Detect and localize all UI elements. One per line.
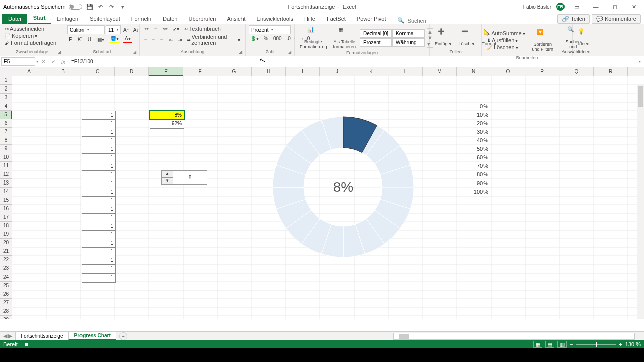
page-break-view-icon[interactable]: ▥ xyxy=(557,341,567,348)
cell-style-decimal[interactable]: Dezimal [0] xyxy=(360,29,392,38)
row-header[interactable]: 19 xyxy=(0,230,12,239)
save-icon[interactable]: 💾 xyxy=(86,3,93,10)
align-center-icon[interactable]: ≡ xyxy=(151,37,157,43)
spreadsheet-grid[interactable]: ABCDEFGHIJKLMNOPQR 123456789101112131415… xyxy=(0,67,644,319)
maximize-icon[interactable]: ◻ xyxy=(608,1,622,12)
tab-powerpivot[interactable]: Power Pivot xyxy=(352,14,391,24)
row-header[interactable]: 8 xyxy=(0,136,12,145)
row-header[interactable]: 1 xyxy=(0,76,12,85)
dialog-launch-icon[interactable]: ◢ xyxy=(133,50,138,55)
comments-button[interactable]: 💬 Kommentare xyxy=(592,14,641,24)
cell[interactable]: 1 xyxy=(82,274,115,282)
row-header[interactable]: 7 xyxy=(0,128,12,136)
cell[interactable]: 1 xyxy=(82,179,115,188)
zoom-out-button[interactable]: − xyxy=(570,341,573,347)
row-header[interactable]: 6 xyxy=(0,119,12,128)
cell[interactable]: 1 xyxy=(82,256,115,265)
orientation-icon[interactable]: ⤢▾ xyxy=(171,26,181,32)
tab-review[interactable]: Überprüfen xyxy=(183,14,221,24)
user-avatar[interactable]: FB xyxy=(556,3,565,11)
font-name-select[interactable]: Calibri xyxy=(67,25,105,34)
sheet-nav-prev-icon[interactable]: ◀ xyxy=(3,333,7,339)
cell-style-currency[interactable]: Währung xyxy=(392,38,425,47)
tab-insert[interactable]: Einfügen xyxy=(52,14,84,24)
autosave-toggle[interactable]: Automatisches Speichern xyxy=(3,4,82,10)
row-header[interactable]: 15 xyxy=(0,196,12,205)
delete-cells-button[interactable]: ➖Löschen xyxy=(457,27,478,47)
name-box[interactable] xyxy=(1,57,35,66)
data-range-c[interactable]: 11111111111111111111 xyxy=(82,111,116,283)
cell[interactable]: 1 xyxy=(82,145,115,154)
cell-e5[interactable]: 8% xyxy=(150,111,184,120)
align-top-icon[interactable]: ⬴ xyxy=(143,26,151,32)
row-header[interactable]: 14 xyxy=(0,188,12,196)
vertical-scrollbar[interactable] xyxy=(637,85,644,319)
column-header[interactable]: A xyxy=(12,67,46,76)
cell[interactable]: 1 xyxy=(82,265,115,274)
row-header[interactable]: 24 xyxy=(0,273,12,282)
decrease-font-icon[interactable]: A↓ xyxy=(132,25,141,34)
row-header[interactable]: 26 xyxy=(0,290,12,299)
row-header[interactable]: 28 xyxy=(0,307,12,316)
tab-developer[interactable]: Entwicklertools xyxy=(252,14,298,24)
sheet-nav-next-icon[interactable]: ▶ xyxy=(8,333,12,339)
progress-donut-chart[interactable]: 8% xyxy=(269,113,418,261)
cell[interactable]: 1 xyxy=(82,197,115,205)
cut-button[interactable]: ✂ Ausschneiden xyxy=(3,25,46,32)
search-icon[interactable]: 🔍 xyxy=(397,17,405,24)
scrollbar-thumb[interactable] xyxy=(638,86,643,107)
column-header[interactable]: R xyxy=(594,67,628,76)
fill-button[interactable]: ⬇ Ausfüllen ▾ xyxy=(485,37,527,44)
column-header[interactable]: N xyxy=(457,67,491,76)
data-range-e[interactable]: 8% 92% xyxy=(150,111,184,129)
search-input[interactable] xyxy=(408,18,458,24)
spinner-up-button[interactable]: ▲ xyxy=(162,171,173,178)
spinner-down-button[interactable]: ▼ xyxy=(162,178,173,185)
tab-start[interactable]: Start xyxy=(28,13,51,24)
column-header[interactable]: J xyxy=(320,67,354,76)
row-header[interactable]: 21 xyxy=(0,247,12,256)
cell[interactable]: 1 xyxy=(82,222,115,231)
clear-button[interactable]: 🧹 Löschen ▾ xyxy=(485,44,527,51)
cell[interactable]: 1 xyxy=(82,111,115,120)
tab-data[interactable]: Daten xyxy=(157,14,182,24)
select-all-corner[interactable] xyxy=(0,67,12,76)
zoom-in-button[interactable]: + xyxy=(619,341,622,347)
confirm-formula-icon[interactable]: ✓ xyxy=(48,58,58,65)
column-header[interactable]: H xyxy=(252,67,286,76)
column-header[interactable]: B xyxy=(46,67,80,76)
format-as-table-button[interactable]: ▦Als Tabelle formatieren xyxy=(331,25,358,50)
fill-color-button[interactable]: 🪣▾ xyxy=(109,35,120,43)
cell-e6[interactable]: 92% xyxy=(150,120,184,128)
percent-icon[interactable]: % xyxy=(262,35,270,42)
currency-icon[interactable]: 💲▾ xyxy=(249,35,260,42)
format-painter-button[interactable]: 🖌 Format übertragen xyxy=(3,39,58,46)
row-header[interactable]: 11 xyxy=(0,162,12,170)
cell[interactable]: 1 xyxy=(82,137,115,145)
cell-style-comma[interactable]: Komma xyxy=(392,29,425,38)
font-color-button[interactable]: A▾ xyxy=(123,35,132,43)
row-header[interactable]: 18 xyxy=(0,222,12,230)
spinner-control[interactable]: ▲ ▼ 8 xyxy=(161,170,207,185)
sort-filter-button[interactable]: 🔽Sortieren und Filtern xyxy=(529,28,557,53)
tab-file[interactable]: Datei xyxy=(2,14,27,24)
redo-icon[interactable]: ↷ xyxy=(108,3,115,10)
tab-pagelayout[interactable]: Seitenlayout xyxy=(85,14,125,24)
horizontal-scrollbar[interactable] xyxy=(393,333,635,340)
cell[interactable]: 1 xyxy=(82,231,115,239)
cell[interactable]: 1 xyxy=(82,239,115,248)
cell[interactable]: 1 xyxy=(82,162,115,171)
row-header[interactable]: 12 xyxy=(0,170,12,179)
align-middle-icon[interactable]: ≡ xyxy=(153,26,159,32)
tab-formulas[interactable]: Formeln xyxy=(126,14,156,24)
normal-view-icon[interactable]: ▦ xyxy=(533,341,542,348)
row-header[interactable]: 2 xyxy=(0,85,12,94)
conditional-formatting-button[interactable]: 📊Bedingte Formatierung xyxy=(298,25,329,50)
dialog-launch-icon[interactable]: ◢ xyxy=(58,50,63,55)
align-left-icon[interactable]: ≡ xyxy=(143,37,149,43)
dialog-launch-icon[interactable]: ◢ xyxy=(288,50,293,55)
number-format-select[interactable]: Prozent xyxy=(249,25,291,34)
column-header[interactable]: L xyxy=(388,67,423,76)
dialog-launch-icon[interactable]: ◢ xyxy=(239,50,244,55)
autosum-button[interactable]: ∑ AutoSumme ▾ xyxy=(485,30,527,37)
